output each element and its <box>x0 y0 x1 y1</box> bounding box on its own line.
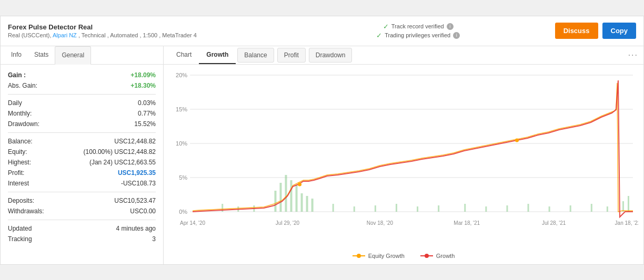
updated-value: 4 minutes ago <box>116 225 156 232</box>
svg-rect-15 <box>301 193 303 212</box>
info-icon-2[interactable]: i <box>453 32 460 39</box>
svg-rect-21 <box>333 204 334 212</box>
svg-rect-13 <box>290 180 293 212</box>
withdrawals-value: USC0.00 <box>130 208 156 215</box>
equity-label: Equity: <box>8 148 27 155</box>
tab-general[interactable]: General <box>55 46 91 65</box>
svg-rect-10 <box>274 191 276 212</box>
tracking-label: Tracking <box>8 235 32 243</box>
svg-text:10%: 10% <box>176 140 187 147</box>
svg-text:5%: 5% <box>179 174 187 181</box>
svg-rect-24 <box>396 204 397 212</box>
balance-value: USC12,448.82 <box>114 138 156 145</box>
svg-text:15%: 15% <box>176 106 187 112</box>
verified-text-1: Track record verified <box>391 23 444 29</box>
tracking-value: 3 <box>152 235 156 243</box>
svg-point-37 <box>298 183 301 186</box>
copy-button[interactable]: Copy <box>602 23 637 39</box>
gain-label: Gain : <box>8 71 26 79</box>
svg-rect-35 <box>622 201 624 212</box>
svg-rect-11 <box>279 183 281 212</box>
svg-point-48 <box>425 254 429 258</box>
abs-gain-value: +18.30% <box>130 82 156 89</box>
chart-tab-drawdown[interactable]: Drawdown <box>309 48 353 63</box>
svg-rect-31 <box>549 206 550 212</box>
svg-rect-32 <box>570 205 571 212</box>
highest-label: Highest: <box>8 159 31 166</box>
tab-info[interactable]: Info <box>5 46 28 64</box>
svg-rect-36 <box>628 196 629 212</box>
svg-rect-12 <box>285 175 287 212</box>
broker-link[interactable]: Alpari NZ <box>53 32 77 38</box>
interest-label: Interest <box>8 180 29 187</box>
deposits-label: Deposits: <box>8 197 34 204</box>
svg-rect-30 <box>528 204 529 212</box>
svg-text:Jul 29, '20: Jul 29, '20 <box>276 220 300 226</box>
legend-equity-growth-label: Equity Growth <box>368 253 405 259</box>
drawdown-label: Drawdown: <box>8 120 39 128</box>
svg-rect-22 <box>354 206 355 212</box>
daily-value: 0.03% <box>138 99 156 107</box>
svg-rect-28 <box>485 206 487 212</box>
profit-label: Profit: <box>8 169 24 177</box>
withdrawals-label: Withdrawals: <box>8 208 44 215</box>
svg-rect-23 <box>375 205 376 212</box>
balance-label: Balance: <box>8 138 33 145</box>
svg-text:Jul 28, '21: Jul 28, '21 <box>542 220 566 226</box>
chart-tab-balance[interactable]: Balance <box>237 48 274 63</box>
svg-text:Mar 18, '21: Mar 18, '21 <box>454 220 480 226</box>
svg-rect-29 <box>506 205 508 212</box>
daily-label: Daily <box>8 99 22 107</box>
updated-label: Updated <box>8 225 32 232</box>
svg-rect-27 <box>464 204 466 212</box>
info-icon-1[interactable]: i <box>447 23 454 30</box>
check-icon-2: ✓ <box>376 32 382 39</box>
deposits-value: USC10,523.47 <box>114 197 156 204</box>
svg-text:Nov 18, '20: Nov 18, '20 <box>367 220 394 226</box>
interest-value: -USC108.73 <box>121 180 156 187</box>
svg-rect-16 <box>306 196 308 212</box>
svg-point-38 <box>515 139 518 142</box>
chart-more-button[interactable]: ··· <box>628 50 638 60</box>
profit-value: USC1,925.35 <box>118 169 156 177</box>
highest-value: (Jan 24) USC12,663.55 <box>89 159 156 166</box>
svg-rect-26 <box>438 205 439 212</box>
svg-text:Jan 18, '22: Jan 18, '22 <box>615 220 638 226</box>
page-subtitle: Real (USCCent), Alpari NZ , Technical , … <box>8 32 281 38</box>
page-title: Forex Pulse Detector Real <box>8 23 281 31</box>
svg-text:20%: 20% <box>176 72 187 78</box>
legend-growth: Growth <box>420 253 455 259</box>
svg-text:Apr 14, '20: Apr 14, '20 <box>180 220 206 226</box>
verified-text-2: Trading privileges verified <box>385 32 450 38</box>
svg-text:0%: 0% <box>179 209 187 215</box>
abs-gain-label: Abs. Gain: <box>8 82 37 89</box>
legend-growth-label: Growth <box>436 253 455 259</box>
svg-rect-14 <box>296 185 298 212</box>
monthly-label: Monthly: <box>8 110 32 117</box>
legend-equity-growth: Equity Growth <box>353 253 405 259</box>
drawdown-value: 15.52% <box>134 120 156 128</box>
monthly-value: 0.77% <box>138 110 156 117</box>
chart-area: 20% 15% 10% 5% 0% <box>164 65 643 264</box>
equity-value: (100.00%) USC12,448.82 <box>84 148 156 155</box>
chart-tab-profit[interactable]: Profit <box>277 48 306 63</box>
svg-rect-25 <box>417 206 418 212</box>
chart-tab-growth[interactable]: Growth <box>199 46 236 64</box>
gain-value: +18.09% <box>130 71 156 79</box>
svg-point-46 <box>357 254 361 258</box>
chart-tab-chart[interactable]: Chart <box>169 46 199 64</box>
svg-rect-33 <box>591 204 592 212</box>
svg-rect-34 <box>607 206 608 212</box>
check-icon-1: ✓ <box>383 23 389 30</box>
tab-stats[interactable]: Stats <box>28 46 55 64</box>
discuss-button[interactable]: Discuss <box>555 23 598 39</box>
svg-rect-17 <box>311 199 314 212</box>
